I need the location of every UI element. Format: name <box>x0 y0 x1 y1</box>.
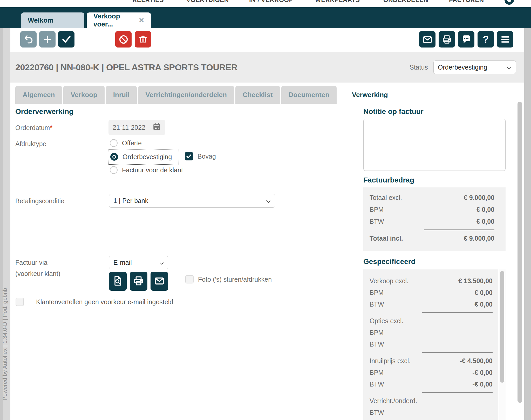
trash-icon <box>138 34 148 45</box>
klanten-checkbox-row[interactable]: Klantenvertellen geen voorkeur e-mail in… <box>16 298 173 306</box>
page-tabs: Algemeen Verkoop Inruil Verrichtingen/on… <box>15 86 395 104</box>
factuur-via-select[interactable]: E-mail <box>109 256 168 269</box>
factuur-via-label: Factuur via <box>15 259 47 266</box>
chat-button[interactable] <box>458 31 474 48</box>
menu-werkplaats[interactable]: WERKPLAATS <box>315 0 360 4</box>
radio-label-orderbevestiging[interactable]: Orderbevestiging <box>122 153 172 161</box>
specified-title: Gespecificeerd <box>363 258 416 266</box>
radio-label-factuur[interactable]: Factuur voor de klant <box>122 166 183 174</box>
print-invoice-button[interactable] <box>130 272 147 291</box>
menu-button[interactable] <box>497 31 513 48</box>
menu-facturen[interactable]: FACTUREN <box>449 0 484 4</box>
tab-verwerking[interactable]: Verwerking <box>345 86 395 104</box>
spec-row: Inruilprijs excl.-€ 4.500,00 <box>370 355 493 367</box>
menu-voertuigen[interactable]: VOERTUIGEN <box>186 0 229 4</box>
radio-option-offerte[interactable]: Offerte <box>110 139 142 147</box>
spec-value: -€ 4.500,00 <box>460 357 493 365</box>
tab-inruil[interactable]: Inruil <box>106 86 137 104</box>
radio-option-factuur[interactable]: Factuur voor de klant <box>110 166 183 174</box>
orderdatum-input[interactable]: 21-11-2022 <box>108 120 165 135</box>
printer-icon <box>133 275 145 288</box>
email-invoice-button[interactable] <box>151 272 168 291</box>
close-icon[interactable]: ✕ <box>139 16 144 24</box>
radio-label-offerte[interactable]: Offerte <box>122 139 142 147</box>
status-select[interactable]: Orderbevestiging <box>433 60 516 74</box>
orderdatum-label-text: Orderdatum <box>15 124 50 131</box>
divider <box>422 352 493 353</box>
amount-label: BTW <box>370 218 384 225</box>
cancel-order-button[interactable] <box>115 31 132 48</box>
print-button[interactable] <box>439 31 455 48</box>
spec-label: Verricht./onderd. <box>370 397 417 405</box>
amount-total-row: Totaal incl. € 9.000,00 <box>370 232 494 244</box>
window-scrollbar-track[interactable] <box>524 28 531 420</box>
spec-value: -€ 0,00 <box>472 381 493 388</box>
tab-documenten[interactable]: Documenten <box>281 86 337 104</box>
menu-relaties[interactable]: RELATIES <box>132 0 164 4</box>
help-button[interactable]: ? <box>478 31 494 48</box>
betalingsconditie-select[interactable]: 1 | Per bank <box>109 194 275 208</box>
betalingsconditie-label: Betalingsconditie <box>15 197 64 205</box>
spec-row: BPM€ 0,00 <box>370 287 493 299</box>
specified-scrollbar-thumb[interactable] <box>500 271 504 383</box>
tab-checklist[interactable]: Checklist <box>235 86 280 104</box>
chevron-down-icon <box>160 259 164 266</box>
amount-row: BTW € 0,00 <box>370 215 494 227</box>
radio-icon-orderbevestiging[interactable] <box>110 153 118 161</box>
menu-in-verkoop[interactable]: IN / VERKOOP <box>249 0 293 4</box>
amount-value: € 9.000,00 <box>464 194 494 201</box>
menu-onderdelen[interactable]: ONDERDELEN <box>383 0 428 4</box>
spec-row: Verricht./onderd. <box>370 395 493 407</box>
spec-row: Opties excl. <box>370 315 493 327</box>
bovag-label[interactable]: Bovag <box>198 153 216 160</box>
foto-checkbox[interactable] <box>185 275 194 283</box>
delete-button[interactable] <box>135 31 151 48</box>
spec-label: BPM <box>370 369 384 376</box>
radio-icon-factuur[interactable] <box>110 166 118 174</box>
tab-verrichtingen-onderdelen[interactable]: Verrichtingen/onderdelen <box>138 86 234 104</box>
spec-label: Opties excl. <box>370 317 404 325</box>
add-button[interactable] <box>39 31 56 48</box>
document-search-icon <box>112 275 124 288</box>
chevron-down-icon <box>507 64 512 71</box>
undo-button[interactable] <box>20 31 37 48</box>
radio-option-orderbevestiging[interactable]: Orderbevestiging <box>110 153 172 161</box>
tab-algemeen[interactable]: Algemeen <box>15 86 62 104</box>
orderdatum-label: Orderdatum* <box>15 124 52 132</box>
left-edge-strip: Powered by Autoflex | 1.34.0-D | Pod: gb… <box>0 28 10 420</box>
spec-row: BTW <box>370 407 493 418</box>
amount-label: Totaal excl. <box>370 194 402 201</box>
block-icon <box>118 34 129 45</box>
window-tab-welkom[interactable]: Welkom <box>21 12 84 28</box>
klanten-label[interactable]: Klantenvertellen geen voorkeur e-mail in… <box>36 298 173 306</box>
spec-label: BTW <box>370 409 384 416</box>
factuur-via-sublabel: (voorkeur klant) <box>15 270 60 277</box>
afdruktype-label: Afdruktype <box>15 140 46 148</box>
app-logo-icon <box>505 0 514 5</box>
tab-verkoop[interactable]: Verkoop <box>63 86 105 104</box>
radio-icon-offerte[interactable] <box>110 139 118 147</box>
klanten-checkbox[interactable] <box>16 298 24 306</box>
invoice-amount-title: Factuurbedrag <box>363 176 414 184</box>
window-tab-bar: Welkom Verkoop voer... ✕ <box>0 7 531 28</box>
window-tab-welkom-label: Welkom <box>28 16 53 24</box>
window-tab-verkoop[interactable]: Verkoop voer... ✕ <box>87 12 151 28</box>
spec-row: Verkoop excl.€ 13.500,00 <box>370 275 493 287</box>
calendar-icon[interactable] <box>152 122 161 133</box>
email-button[interactable] <box>419 31 435 48</box>
foto-label[interactable]: Foto ('s) sturen/afdrukken <box>198 276 272 283</box>
panel-scrollbar-thumb[interactable] <box>518 102 522 403</box>
amount-row: BPM € 0,00 <box>370 204 494 215</box>
save-button[interactable] <box>58 31 74 48</box>
amount-value: € 9.000,00 <box>464 235 494 242</box>
preview-invoice-button[interactable] <box>109 272 127 291</box>
foto-checkbox-row[interactable]: Foto ('s) sturen/afdrukken <box>185 275 272 283</box>
bovag-checkbox[interactable] <box>185 152 193 160</box>
spec-row: BTW€ 0,00 <box>370 299 493 310</box>
invoice-note-input[interactable] <box>363 119 506 171</box>
check-icon <box>61 34 72 45</box>
spec-row: BTW <box>370 338 493 350</box>
spec-label: BTW <box>370 341 384 348</box>
bovag-checkbox-row[interactable]: Bovag <box>185 152 216 160</box>
specified-box: Verkoop excl.€ 13.500,00 BPM€ 0,00 BTW€ … <box>363 269 498 420</box>
